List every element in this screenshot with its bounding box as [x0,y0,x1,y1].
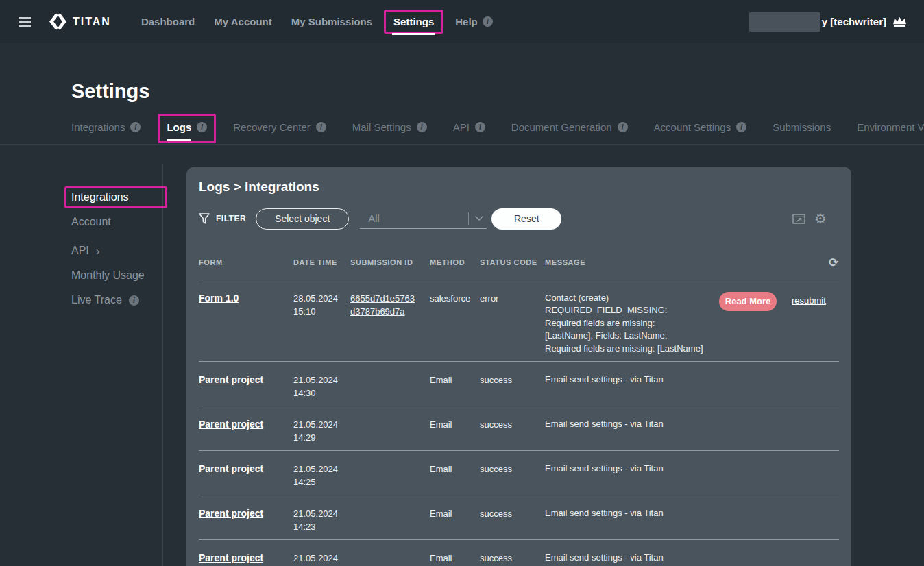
hamburger-menu-icon[interactable] [19,17,31,27]
form-link[interactable]: Parent project [199,508,263,519]
info-icon: i [736,122,746,132]
settings-tab[interactable]: Submissions [773,121,831,133]
table-row: Form 1.0 28.05.2024 15:10 6655d7d1e5763 … [199,280,839,362]
info-icon: i [197,122,207,132]
method-cell: Email [430,552,480,565]
tab-label: Environment Variables [857,121,924,133]
status-code-cell: success [480,552,545,565]
gear-icon[interactable]: ⚙ [814,212,827,225]
export-window-icon[interactable] [792,213,805,225]
message-cell: Email send settings - via Titan [545,463,709,476]
table-row: Parent project 21.05.2024 14:22 Email su… [199,540,839,566]
info-icon: i [417,122,427,132]
panel-breadcrumb-title: Logs > Integrations [186,167,851,195]
settings-tab[interactable]: Integrations i [71,121,141,133]
resubmit-link[interactable]: resubmit [792,295,826,306]
nav-item-label: Settings [393,16,434,27]
object-filter-dropdown[interactable]: All [360,208,487,229]
date-time-cell: 21.05.2024 14:22 [293,552,350,566]
form-link[interactable]: Parent project [199,463,263,474]
nav-menu: Dashboard My Account My Submissions Sett… [132,10,502,34]
table-row: Parent project 21.05.2024 14:23 Email su… [199,495,839,540]
refresh-icon[interactable]: ⟳ [829,258,839,268]
table-header-row: FORM DATE TIME SUBMISSION ID METHOD STAT… [199,258,839,280]
message-cell: Email send settings - via Titan [545,552,709,565]
settings-tab[interactable]: API i [453,121,485,133]
settings-tab[interactable]: Document Generation i [511,121,628,133]
select-object-button[interactable]: Select object [256,208,349,230]
sidebar-item[interactable]: Account [64,211,167,233]
brand-name: TITAN [73,16,111,28]
table-row: Parent project 21.05.2024 14:25 Email su… [199,451,839,495]
chevron-down-icon[interactable] [468,212,484,225]
nav-item[interactable]: My Submissions [282,10,382,34]
tab-label: Account Settings [654,121,731,133]
crown-icon [892,16,908,27]
read-more-button[interactable]: Read More [719,292,777,311]
status-code-cell: error [480,292,545,305]
filter-label: FILTER [216,214,246,223]
logs-panel: Logs > Integrations FILTER Select object… [186,167,851,566]
filter-funnel-icon [199,213,210,225]
nav-item-label: Dashboard [141,16,195,27]
method-cell: salesforce [430,292,480,305]
reset-button[interactable]: Reset [491,208,561,230]
sidebar-item[interactable]: Integrations [64,186,167,208]
sidebar-item-label: API [71,245,89,257]
settings-tab[interactable]: Recovery Center i [233,121,326,133]
info-icon: i [130,122,141,132]
info-icon: i [129,295,139,306]
message-cell: Email send settings - via Titan [545,373,709,386]
form-link[interactable]: Parent project [199,552,263,563]
nav-item-label: Help [455,16,478,27]
tab-label: Submissions [773,121,831,133]
nav-item-label: My Submissions [291,16,372,27]
form-link[interactable]: Parent project [199,374,263,385]
table-row: Parent project 21.05.2024 14:29 Email su… [199,406,839,451]
info-icon: i [475,122,485,132]
sidebar-item-label: Integrations [71,191,129,204]
panel-toolbar-icons: ⚙ [792,212,827,225]
date-time-cell: 21.05.2024 14:23 [293,507,350,533]
message-cell: Contact (create) REQUIRED_FIELD_MISSING:… [545,292,709,356]
sidebar-item-label: Live Trace [71,294,122,306]
status-code-cell: success [480,373,545,386]
user-role-label: y [techwriter] [822,16,886,27]
submission-id-link[interactable]: 6655d7d1e5763 d3787b69d7a [350,293,415,317]
column-header-method: METHOD [430,258,480,267]
status-code-cell: success [480,507,545,520]
info-icon: i [316,122,326,132]
sidebar-item[interactable]: API › [64,240,167,262]
method-cell: Email [430,373,480,386]
method-cell: Email [430,418,480,431]
form-link[interactable]: Form 1.0 [199,293,239,304]
form-link[interactable]: Parent project [199,419,263,430]
filter-bar: FILTER Select object All Reset ⚙ [199,208,839,230]
user-name-redacted-box [749,12,820,32]
sidebar-item-label: Monthly Usage [71,269,145,282]
tab-label: Recovery Center [233,121,311,133]
sidebar-item[interactable]: Monthly Usage [64,264,167,286]
tab-label: Logs [167,121,191,133]
info-icon: i [618,122,628,132]
brand-logo[interactable]: TITAN [49,13,111,30]
nav-item[interactable]: My Account [204,10,281,34]
settings-tab[interactable]: Logs i [158,114,216,143]
settings-tabs: Integrations i Logs i Recovery Center i … [71,119,924,135]
nav-item[interactable]: Dashboard [132,10,204,34]
settings-tab[interactable]: Environment Variables [857,121,924,133]
info-icon: i [483,16,493,27]
settings-tab[interactable]: Mail Settings i [352,121,427,133]
sidebar-menu: Integrations Account API › Monthly Usage… [64,186,167,314]
nav-item[interactable]: Settings [384,10,443,34]
sidebar-item[interactable]: Live Trace i [64,289,167,311]
table-row: Parent project 21.05.2024 14:30 Email su… [199,362,839,406]
tab-label: Mail Settings [352,121,411,133]
settings-tab[interactable]: Account Settings i [654,121,747,133]
column-header-submission-id: SUBMISSION ID [350,258,430,267]
date-time-cell: 21.05.2024 14:30 [293,373,350,399]
nav-item[interactable]: Help i [446,10,502,34]
tab-label: API [453,121,470,133]
status-code-cell: success [480,418,545,431]
date-time-cell: 21.05.2024 14:25 [293,463,350,489]
